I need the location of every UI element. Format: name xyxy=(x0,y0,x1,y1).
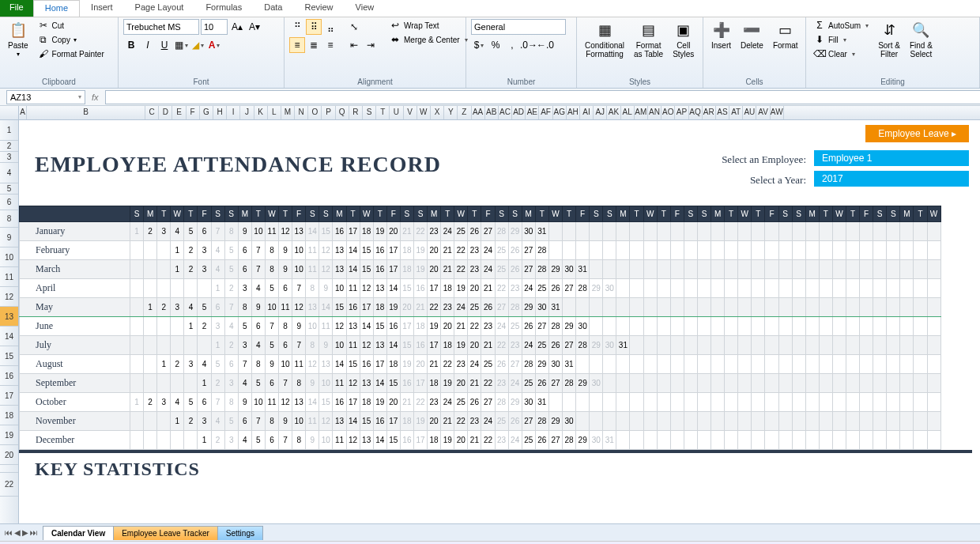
cal-cell[interactable]: 15 xyxy=(386,374,400,393)
cal-cell[interactable] xyxy=(630,431,643,450)
cal-cell[interactable]: 17 xyxy=(386,241,400,260)
autosum-button[interactable]: ΣAutoSum xyxy=(811,19,872,32)
format-as-table-button[interactable]: ▤Format as Table xyxy=(631,19,666,60)
cal-cell[interactable]: 4 xyxy=(198,355,211,374)
cal-cell[interactable]: 29 xyxy=(508,222,522,241)
cal-cell[interactable]: 9 xyxy=(279,260,292,279)
cal-cell[interactable]: 8 xyxy=(279,317,292,336)
cal-cell[interactable] xyxy=(887,336,900,355)
cal-cell[interactable]: 2 xyxy=(198,317,211,336)
column-header-AF[interactable]: AF xyxy=(539,106,552,119)
column-header-I[interactable]: I xyxy=(227,106,240,119)
cal-cell[interactable]: 26 xyxy=(468,393,481,412)
cal-cell[interactable]: 13 xyxy=(360,431,373,450)
merge-center-button[interactable]: ⬌Merge & Center xyxy=(386,33,471,46)
column-header-F[interactable]: F xyxy=(187,106,200,119)
cal-cell[interactable] xyxy=(873,355,887,374)
cal-cell[interactable] xyxy=(832,241,846,260)
font-size-select[interactable] xyxy=(201,19,228,35)
cal-cell[interactable]: 17 xyxy=(360,298,373,317)
cal-cell[interactable] xyxy=(927,260,940,279)
employee-leave-button[interactable]: Employee Leave ▸ xyxy=(865,125,969,142)
cal-cell[interactable]: 31 xyxy=(535,222,548,241)
cal-cell[interactable]: 27 xyxy=(481,393,495,412)
cal-cell[interactable]: 3 xyxy=(198,260,211,279)
cal-cell[interactable]: 24 xyxy=(508,431,522,450)
cal-cell[interactable] xyxy=(171,374,184,393)
cal-cell[interactable]: 4 xyxy=(211,412,224,431)
column-header-AK[interactable]: AK xyxy=(607,106,620,119)
cal-cell[interactable] xyxy=(657,412,670,431)
cal-cell[interactable] xyxy=(805,393,819,412)
cal-cell[interactable] xyxy=(738,222,752,241)
insert-cells-button[interactable]: ➕Insert xyxy=(708,19,734,51)
cal-cell[interactable]: 13 xyxy=(346,317,360,336)
row-header-22[interactable]: 22 xyxy=(0,473,18,497)
cal-cell[interactable]: 29 xyxy=(576,374,590,393)
cal-cell[interactable]: 19 xyxy=(428,317,441,336)
cal-cell[interactable]: 8 xyxy=(265,260,278,279)
cal-cell[interactable] xyxy=(819,279,832,298)
cal-cell[interactable]: 24 xyxy=(441,393,454,412)
cal-cell[interactable]: 7 xyxy=(224,298,238,317)
cal-cell[interactable]: 1 xyxy=(171,412,184,431)
cal-cell[interactable] xyxy=(832,260,846,279)
cal-cell[interactable] xyxy=(765,355,778,374)
cal-cell[interactable]: 6 xyxy=(198,393,211,412)
cal-cell[interactable]: 15 xyxy=(319,222,333,241)
cal-cell[interactable]: 4 xyxy=(238,374,251,393)
cal-cell[interactable]: 26 xyxy=(508,412,522,431)
tab-nav-prev[interactable]: ◀ xyxy=(14,528,21,537)
column-header-T[interactable]: T xyxy=(376,106,390,119)
cal-cell[interactable]: 5 xyxy=(265,336,278,355)
decrease-indent-button[interactable]: ⇤ xyxy=(346,37,362,53)
cal-cell[interactable] xyxy=(752,298,765,317)
cal-cell[interactable]: 15 xyxy=(360,241,373,260)
cal-cell[interactable]: 28 xyxy=(495,222,508,241)
cal-cell[interactable] xyxy=(630,317,643,336)
cal-cell[interactable]: 31 xyxy=(563,355,576,374)
cal-cell[interactable]: 18 xyxy=(413,317,427,336)
cal-cell[interactable]: 26 xyxy=(548,279,562,298)
cal-cell[interactable]: 16 xyxy=(373,412,386,431)
cal-cell[interactable] xyxy=(738,260,752,279)
cal-cell[interactable]: 14 xyxy=(386,279,400,298)
cal-cell[interactable] xyxy=(616,298,630,317)
clear-button[interactable]: ⌫Clear xyxy=(811,47,872,60)
cal-cell[interactable]: 16 xyxy=(413,279,427,298)
cal-cell[interactable] xyxy=(738,317,752,336)
cal-cell[interactable]: 24 xyxy=(522,279,535,298)
number-format-select[interactable] xyxy=(471,19,566,35)
menu-tab-home[interactable]: Home xyxy=(33,0,80,17)
cal-cell[interactable] xyxy=(670,374,684,393)
column-header-AN[interactable]: AN xyxy=(648,106,662,119)
cal-cell[interactable]: 16 xyxy=(413,336,427,355)
cal-cell[interactable] xyxy=(805,222,819,241)
cal-cell[interactable] xyxy=(873,222,887,241)
cal-cell[interactable] xyxy=(900,355,914,374)
cal-cell[interactable] xyxy=(670,222,684,241)
cal-cell[interactable] xyxy=(778,317,792,336)
cal-cell[interactable]: 19 xyxy=(413,412,427,431)
row-header-2[interactable]: 2 xyxy=(0,141,18,152)
cal-cell[interactable]: 5 xyxy=(184,222,198,241)
cal-cell[interactable] xyxy=(711,336,725,355)
cal-cell[interactable] xyxy=(805,336,819,355)
cal-cell[interactable] xyxy=(832,355,846,374)
cal-cell[interactable] xyxy=(576,355,590,374)
border-button[interactable]: ▦ xyxy=(173,37,189,53)
cal-cell[interactable]: 6 xyxy=(238,241,251,260)
cal-cell[interactable]: 22 xyxy=(454,412,468,431)
cal-cell[interactable] xyxy=(792,374,805,393)
cal-cell[interactable]: 25 xyxy=(468,298,481,317)
row-header-17[interactable]: 17 xyxy=(0,386,18,406)
cal-cell[interactable] xyxy=(738,355,752,374)
cal-cell[interactable]: 22 xyxy=(481,431,495,450)
cal-cell[interactable]: 30 xyxy=(576,317,590,336)
cal-cell[interactable] xyxy=(738,374,752,393)
cal-cell[interactable]: 6 xyxy=(265,374,278,393)
cal-cell[interactable] xyxy=(697,355,710,374)
cal-cell[interactable] xyxy=(130,260,144,279)
cal-cell[interactable]: 6 xyxy=(265,431,278,450)
cal-cell[interactable] xyxy=(603,241,616,260)
